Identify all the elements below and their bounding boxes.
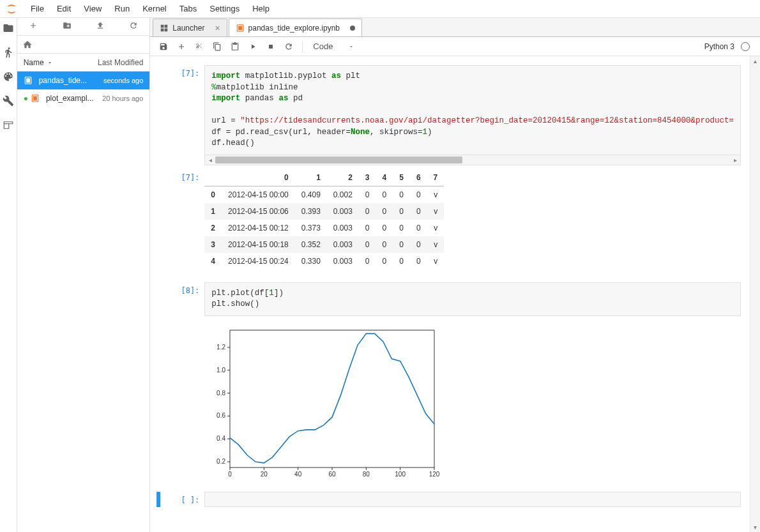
svg-text:120: 120 <box>429 471 440 478</box>
svg-rect-7 <box>165 28 168 31</box>
activity-bar <box>0 18 17 532</box>
file-list: pandas_tide...seconds ago●plot_exampl...… <box>17 72 150 532</box>
copy-button[interactable] <box>209 39 225 54</box>
svg-rect-3 <box>33 96 37 101</box>
svg-text:20: 20 <box>261 471 268 478</box>
svg-rect-6 <box>161 28 164 31</box>
tab-icon <box>160 24 169 33</box>
svg-text:0.2: 0.2 <box>217 458 225 465</box>
running-icon[interactable] <box>2 46 15 59</box>
input-prompt: [7]: <box>156 65 204 165</box>
vertical-scrollbar[interactable]: ▴ ▾ <box>750 56 760 532</box>
output-cell: 0204060801001200.20.40.60.81.01.2 <box>156 320 741 485</box>
breadcrumb[interactable] <box>17 36 150 54</box>
new-folder-button[interactable] <box>58 19 76 34</box>
menu-kernel[interactable]: Kernel <box>136 1 173 16</box>
input-prompt: [ ]: <box>164 492 204 507</box>
fb-toolbar <box>17 18 150 36</box>
svg-text:0.8: 0.8 <box>217 389 225 396</box>
upload-button[interactable] <box>92 19 109 34</box>
svg-rect-5 <box>165 24 168 27</box>
kernel-name[interactable]: Python 3 <box>704 42 734 51</box>
palette-icon[interactable] <box>2 70 15 83</box>
run-button[interactable] <box>245 39 261 54</box>
main-area: Launcher×pandas_tide_explore.ipynb Code … <box>150 18 760 532</box>
menu-tabs[interactable]: Tabs <box>173 1 203 16</box>
wrench-icon[interactable] <box>2 95 15 107</box>
code-editor[interactable]: plt.plot(df[1]) plt.show() <box>204 282 741 316</box>
tab-icon <box>236 24 245 33</box>
svg-rect-9 <box>238 26 242 30</box>
svg-rect-10 <box>230 330 434 467</box>
svg-text:80: 80 <box>363 471 370 478</box>
notebook-icon <box>24 76 35 85</box>
folder-icon[interactable] <box>2 22 15 34</box>
tab-bar: Launcher×pandas_tide_explore.ipynb <box>150 18 760 37</box>
col-modified: Last Modified <box>98 58 143 67</box>
svg-text:0.6: 0.6 <box>217 412 225 419</box>
notebook-panel[interactable]: ▴ ▾ [7]: import matplotlib.pyplot as plt… <box>150 56 760 532</box>
tab-launcher[interactable]: Launcher× <box>153 19 227 36</box>
dataframe-table: 0123456702012-04-15 00:000.4090.0020000v… <box>204 169 444 270</box>
code-cell[interactable]: [7]: import matplotlib.pyplot as plt %ma… <box>156 65 741 165</box>
notebook-toolbar: Code Python 3 <box>150 37 760 56</box>
dirty-indicator-icon <box>350 26 355 31</box>
output-cell: [7]: 0123456702012-04-15 00:000.4090.002… <box>156 169 741 270</box>
horizontal-scrollbar[interactable]: ◂▸ <box>204 155 741 165</box>
menubar: FileEditViewRunKernelTabsSettingsHelp <box>0 0 760 18</box>
menu-edit[interactable]: Edit <box>50 1 77 16</box>
fb-columns-header[interactable]: Name Last Modified <box>17 54 150 72</box>
code-editor[interactable]: import matplotlib.pyplot as plt %matplot… <box>204 65 741 155</box>
file-browser: Name Last Modified pandas_tide...seconds… <box>17 18 151 532</box>
svg-text:1.2: 1.2 <box>217 343 225 350</box>
input-prompt: [8]: <box>156 282 204 316</box>
kernel-status-icon[interactable] <box>741 42 750 51</box>
menu-run[interactable]: Run <box>108 1 136 16</box>
svg-text:60: 60 <box>329 471 337 478</box>
stop-button[interactable] <box>262 39 279 54</box>
svg-rect-1 <box>26 79 30 83</box>
file-item[interactable]: pandas_tide...seconds ago <box>17 72 150 89</box>
svg-rect-4 <box>161 24 164 27</box>
svg-text:40: 40 <box>294 471 302 478</box>
svg-text:100: 100 <box>395 471 406 478</box>
line-chart: 0204060801001200.20.40.60.81.01.2 <box>204 324 441 483</box>
code-cell[interactable]: [8]: plt.plot(df[1]) plt.show() <box>156 282 741 316</box>
restart-button[interactable] <box>280 39 297 54</box>
menu-view[interactable]: View <box>77 1 108 16</box>
menu-settings[interactable]: Settings <box>203 1 246 16</box>
menu-file[interactable]: File <box>24 1 50 16</box>
notebook-icon <box>31 94 42 103</box>
tab-pandas_tide_explore-ipynb[interactable]: pandas_tide_explore.ipynb <box>229 19 362 36</box>
cell-type-select[interactable]: Code <box>308 40 360 52</box>
svg-text:0.4: 0.4 <box>217 435 225 442</box>
tabs-icon[interactable] <box>2 119 15 132</box>
output-prompt: [7]: <box>156 169 204 270</box>
insert-cell-button[interactable] <box>173 39 190 54</box>
jupyter-logo-icon <box>5 3 18 15</box>
close-icon[interactable]: × <box>215 23 220 33</box>
col-name: Name <box>24 58 44 67</box>
refresh-button[interactable] <box>125 19 142 34</box>
menu-help[interactable]: Help <box>246 1 276 16</box>
cut-button[interactable] <box>191 39 208 54</box>
svg-text:0: 0 <box>229 471 232 478</box>
file-item[interactable]: ●plot_exampl...20 hours ago <box>17 89 150 107</box>
svg-text:1.0: 1.0 <box>217 366 225 373</box>
new-launcher-button[interactable] <box>25 19 42 34</box>
paste-button[interactable] <box>227 39 243 54</box>
save-button[interactable] <box>155 39 172 54</box>
cell-selected-indicator <box>156 492 160 507</box>
code-editor[interactable] <box>204 492 741 507</box>
empty-code-cell[interactable]: [ ]: <box>156 492 741 507</box>
